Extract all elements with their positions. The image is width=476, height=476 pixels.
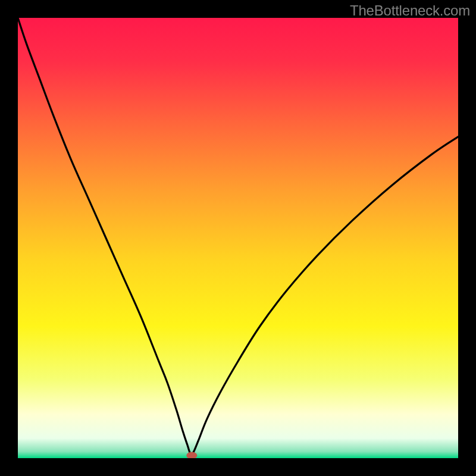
plot-area bbox=[18, 18, 458, 458]
watermark-text: TheBottleneck.com bbox=[350, 2, 470, 19]
chart-frame: TheBottleneck.com bbox=[0, 0, 476, 476]
gradient-background bbox=[18, 18, 458, 458]
chart-svg bbox=[18, 18, 458, 458]
